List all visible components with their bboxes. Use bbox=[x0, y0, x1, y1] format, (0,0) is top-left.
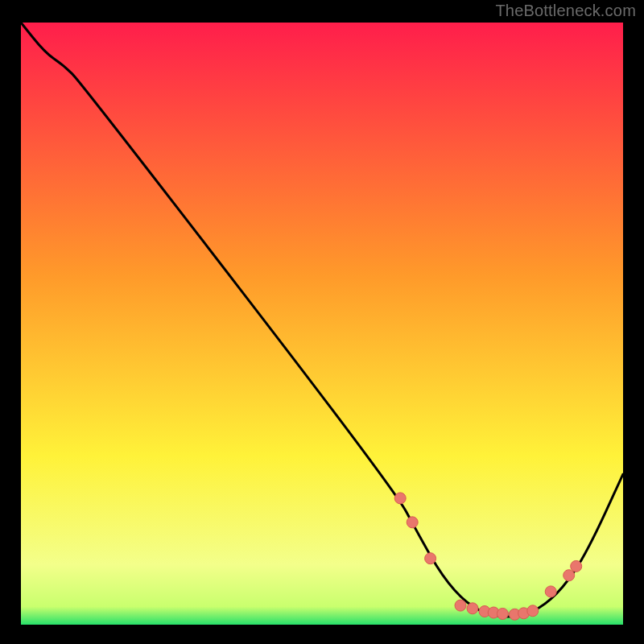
data-dot bbox=[527, 605, 539, 617]
data-dot bbox=[564, 570, 575, 581]
attribution-text: TheBottleneck.com bbox=[495, 2, 636, 20]
gradient-background bbox=[21, 23, 623, 625]
data-dot bbox=[467, 603, 478, 614]
data-dot bbox=[571, 560, 582, 572]
plot-area bbox=[21, 23, 623, 625]
data-dot bbox=[407, 517, 418, 528]
chart-svg bbox=[21, 23, 623, 625]
data-dot bbox=[497, 609, 508, 620]
chart-frame: TheBottleneck.com bbox=[0, 0, 644, 644]
data-dot bbox=[545, 586, 556, 597]
data-dot bbox=[425, 553, 436, 564]
data-dot bbox=[455, 600, 466, 611]
data-dot bbox=[394, 493, 406, 504]
